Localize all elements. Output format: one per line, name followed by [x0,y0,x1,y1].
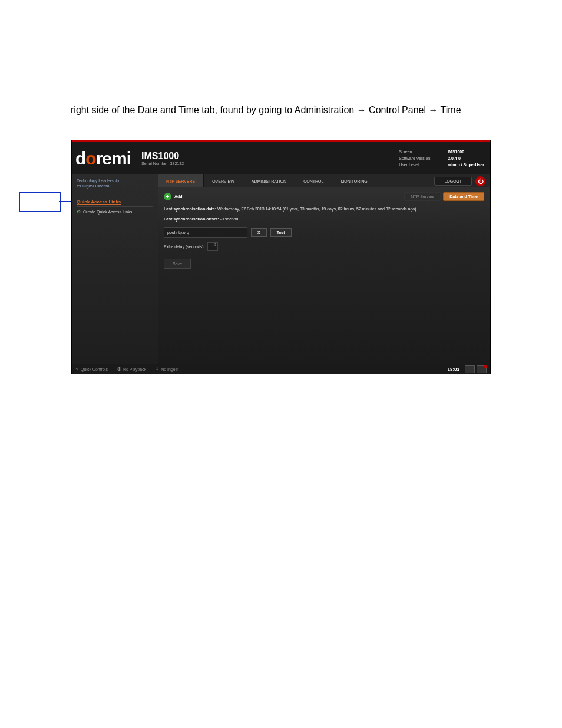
tagline-1: Technology Leadership [77,179,119,183]
ingest-icon: ⇣ [156,367,159,371]
footer-playback-label: No Playback [123,367,146,371]
remove-server-button[interactable]: X [251,228,267,237]
test-button[interactable]: Test [270,228,292,237]
footer-status-icon-2[interactable] [477,365,487,373]
sync-offset-label: Last synchronisation offset: [164,217,219,221]
last-sync-date: Last synchronisation date: Wednesday, 27… [164,207,484,211]
gear-icon: ⚙ [77,209,81,215]
clock: 18:03 [448,367,459,372]
logo: doremi [75,149,131,169]
screenshot: doremi IMS1000 Serial Number: 332132 Scr… [72,140,490,374]
page-caption: right side of the Date and Time tab, fou… [71,105,461,116]
sw-value: 2.0.4-0 [448,155,484,162]
tab-ntp-servers[interactable]: NTP Servers [158,174,204,187]
power-icon[interactable]: ⏻ [475,176,485,186]
product-block: IMS1000 Serial Number: 332132 [141,151,184,166]
tagline: Technology Leadership for Digital Cinema [77,178,153,189]
sync-date-value: Wednesday, 27 Feb 2013 14:10:54 (01 year… [217,207,416,211]
create-quick-access-link[interactable]: ⚙ Create Quick Access Links [77,209,153,215]
tab-monitoring[interactable]: MONITORING [332,174,376,187]
serial-label: Serial Number: [141,162,169,166]
create-qal-label: Create Quick Access Links [83,210,132,214]
ntp-server-input[interactable] [164,227,247,238]
quick-access-title: Quick Access Links [77,199,153,207]
tab-control[interactable]: CONTROL [295,174,332,187]
product-name: IMS1000 [141,151,184,162]
screen-label: Screen: [399,149,431,155]
serial-value: 332132 [170,162,184,166]
extra-delay-input[interactable] [207,242,218,251]
extra-delay-label: Extra delay (seconds): [164,245,205,249]
tab-overview[interactable]: OVERVIEW [204,174,243,187]
save-button[interactable]: Save [164,259,191,269]
mode-tab-ntp[interactable]: NTP Servers [404,192,441,201]
tab-administration[interactable]: ADMINISTRATION [243,174,295,187]
playback-icon: ⦿ [117,367,121,371]
content: + Add NTP Servers Date and Time Last syn… [158,187,490,364]
mode-tab-date-time[interactable]: Date and Time [443,192,484,201]
serial: Serial Number: 332132 [141,162,184,166]
logo-o: o [85,149,95,168]
sync-date-label: Last synchronisation date: [164,207,216,211]
navbar: NTP Servers OVERVIEW ADMINISTRATION CONT… [158,174,490,187]
footer-ingest-label: No Ingest [161,367,178,371]
sidebar: Technology Leadership for Digital Cinema… [72,174,158,366]
callout-box [19,192,61,212]
logo-d: d [75,149,85,168]
footer-ingest: ⇣ No Ingest [156,367,178,371]
last-sync-offset: Last synchronisation offset: -0 second [164,217,484,221]
footer-quick-label: Quick Controls [81,367,108,371]
logout-button[interactable]: LOGOUT [434,177,472,186]
user-label: User Level: [399,162,431,168]
add-button[interactable]: + Add [164,193,183,200]
sw-label: Software Version: [399,155,431,162]
header: doremi IMS1000 Serial Number: 332132 Scr… [72,142,490,174]
add-label: Add [174,195,183,199]
footer: ✧ Quick Controls ⦿ No Playback ⇣ No Inge… [72,364,490,374]
footer-status-icon-1[interactable] [465,365,475,373]
plus-icon: + [164,193,171,200]
header-info: Screen: Software Version: User Level: IM… [399,149,484,168]
sync-offset-value: -0 second [220,217,239,221]
logo-remi: remi [96,149,131,168]
user-value: admin / SuperUser [448,162,484,168]
screen-value: IMS1000 [448,149,484,155]
footer-playback: ⦿ No Playback [117,367,146,371]
callout-line [59,201,72,202]
footer-quick-controls[interactable]: ✧ Quick Controls [75,367,108,371]
wrench-icon: ✧ [75,367,79,371]
tagline-2: for Digital Cinema [77,184,110,188]
